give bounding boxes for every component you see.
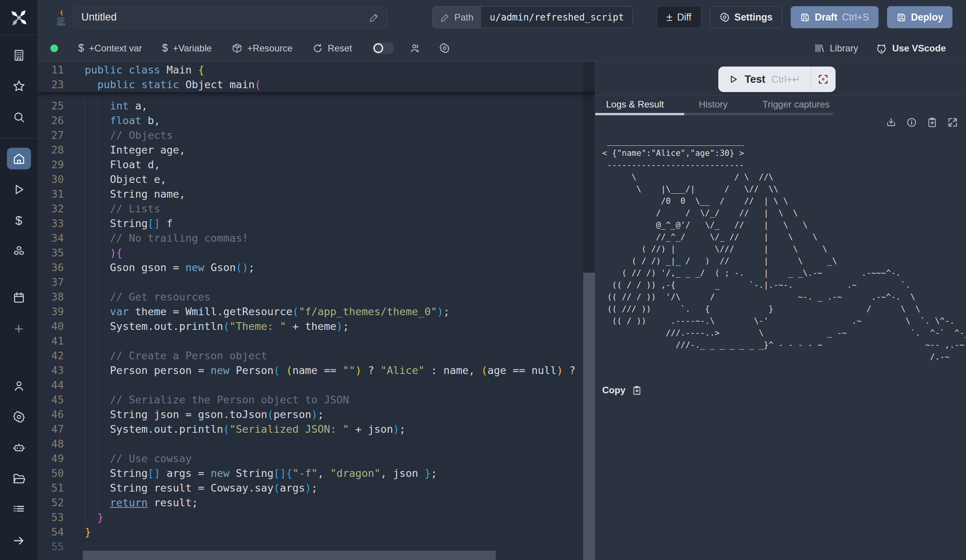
search-icon (12, 111, 26, 124)
code-line: 43 Person person = new Person( (name == … (38, 363, 595, 378)
code-line: 33 String[] f (38, 216, 595, 231)
diff-button[interactable]: ± Diff (657, 6, 701, 28)
code-line: 26 float b, (38, 113, 595, 128)
line-number: 39 (38, 304, 64, 319)
result-ascii-output: ____________________________ < {"name":"… (602, 135, 966, 367)
copy-result-button[interactable]: Copy (602, 385, 642, 396)
script-title-input[interactable] (81, 11, 369, 23)
copy-label: Copy (602, 385, 625, 396)
sidebar-collapse[interactable] (7, 530, 31, 551)
test-button[interactable]: Test Ctrl+↵ (718, 67, 810, 92)
sidebar-item-workers[interactable] (7, 437, 31, 459)
line-number: 36 (38, 260, 64, 275)
code-line: 27 // Objects (38, 128, 595, 143)
clipboard-paste-icon[interactable] (927, 117, 938, 128)
library-button[interactable]: Library (814, 43, 858, 54)
calendar-icon (12, 291, 26, 304)
collaborators-button[interactable] (409, 43, 421, 54)
add-variable-button[interactable]: $ +Variable (162, 42, 212, 54)
cubes-icon (12, 244, 26, 258)
deploy-button[interactable]: Deploy (887, 6, 952, 28)
info-icon[interactable] (906, 117, 917, 128)
sidebar-item-search[interactable] (7, 106, 31, 128)
expand-icon[interactable] (947, 117, 958, 128)
toggle-knob (373, 43, 383, 53)
sidebar-item-variables[interactable]: $ (7, 210, 31, 231)
code-line: 11public class Main { (38, 63, 595, 77)
tab-trigger-captures[interactable]: Trigger captures (762, 96, 830, 110)
sidebar-item-workspace[interactable] (7, 44, 31, 66)
path-label: Path (454, 12, 473, 23)
indent-guide (98, 99, 98, 524)
home-icon (12, 152, 26, 165)
code-line: 47 System.out.println("Serialized JSON: … (38, 422, 595, 437)
windmill-logo[interactable] (9, 8, 29, 28)
line-number: 41 (38, 334, 64, 348)
code-line: 39 var theme = Wmill.getResource("f/app_… (38, 304, 595, 319)
sidebar-item-folders[interactable] (7, 468, 31, 490)
line-number: 11 (38, 63, 64, 77)
sidebar-item-runs[interactable] (7, 179, 31, 200)
code-line: 35 ){ (38, 246, 595, 260)
draft-button[interactable]: Draft Ctrl+S (791, 6, 879, 28)
add-context-var-button[interactable]: $ +Context var (78, 42, 142, 54)
code-line: 31 String name, (38, 187, 595, 201)
script-title-field[interactable] (73, 6, 387, 28)
sidebar-divider (0, 138, 38, 138)
plus-icon: + (14, 321, 23, 336)
editor-vertical-scrollbar[interactable] (583, 62, 595, 560)
sidebar-item-resources[interactable] (7, 241, 31, 262)
code-line: 54} (38, 525, 595, 540)
sidebar-item-user[interactable] (7, 375, 31, 397)
sidebar-item-add[interactable]: + (7, 318, 31, 340)
edit-pencil-icon[interactable] (369, 12, 379, 22)
save-icon (800, 12, 810, 22)
line-number: 33 (38, 216, 64, 231)
context-var-label: +Context var (89, 43, 142, 54)
path-value: u/admin/refreshed_script (481, 7, 632, 28)
code-line: 44 (38, 378, 595, 393)
line-number: 50 (38, 466, 64, 481)
sidebar-item-favorites[interactable] (7, 75, 31, 97)
script-path-widget[interactable]: Path u/admin/refreshed_script (432, 6, 633, 28)
line-number: 26 (38, 113, 64, 128)
active-tab-underline (595, 113, 684, 115)
add-resource-button[interactable]: +Resource (232, 43, 293, 54)
sidebar-item-settings[interactable] (7, 406, 31, 428)
java-language-icon: Java (53, 9, 69, 26)
star-icon (12, 79, 26, 93)
editor-settings-button[interactable] (439, 43, 450, 54)
download-icon[interactable] (886, 117, 897, 128)
code-editor[interactable]: 25 int a,26 float b,27 // Objects28 Inte… (38, 62, 595, 560)
line-number: 54 (38, 525, 64, 540)
dollar-icon: $ (78, 42, 84, 54)
settings-label: Settings (735, 12, 773, 23)
sidebar-item-schedules[interactable] (7, 287, 31, 309)
test-mode-toggle[interactable] (372, 42, 394, 54)
sidebar-item-home[interactable] (7, 148, 31, 169)
line-number: 32 (38, 201, 64, 216)
gear-icon (439, 43, 450, 54)
code-lines: 25 int a,26 float b,27 // Objects28 Inte… (38, 99, 595, 554)
code-line: 51 String result = Cowsay.say(args); (38, 481, 595, 495)
vertical-scrollbar-thumb[interactable] (583, 273, 595, 560)
line-number: 38 (38, 290, 64, 304)
topbar: Java Path u/admin/refreshed_script ± Dif… (38, 0, 966, 35)
tab-history[interactable]: History (699, 96, 728, 110)
line-number: 43 (38, 363, 64, 378)
tab-logs-result[interactable]: Logs & Result (606, 96, 664, 110)
code-line: 48 (38, 437, 595, 451)
editor-horizontal-scrollbar[interactable] (83, 551, 496, 560)
reset-button[interactable]: Reset (313, 43, 352, 54)
code-line: 30 Object e, (38, 172, 595, 187)
use-vscode-button[interactable]: Use VScode (876, 43, 946, 54)
sidebar-divider (0, 35, 38, 35)
sidebar-item-audit-logs[interactable] (7, 499, 31, 521)
line-number: 37 (38, 275, 64, 290)
capture-test-args-button[interactable] (811, 67, 836, 92)
settings-button[interactable]: Settings (710, 6, 783, 28)
code-line: 25 int a, (38, 99, 595, 113)
scan-capture-icon (817, 73, 829, 85)
test-shortcut: Ctrl+↵ (772, 74, 800, 85)
line-number: 49 (38, 451, 64, 466)
